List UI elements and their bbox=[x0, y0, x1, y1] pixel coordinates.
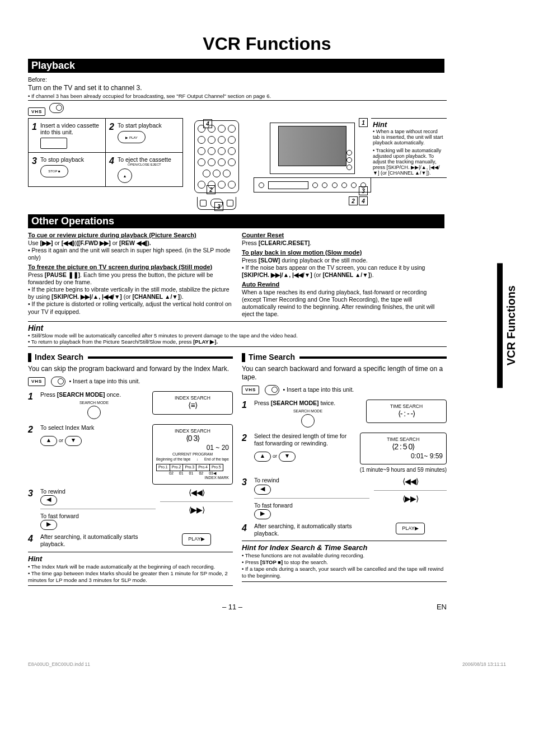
time-search-col: Time Search You can search backward and … bbox=[242, 347, 447, 586]
marker-1-unit: 1 bbox=[359, 118, 368, 127]
step-num-2: 2 bbox=[109, 122, 114, 132]
ts-s3: To rewind bbox=[254, 477, 369, 484]
program-table: Pro.1Pro.2Pro.3Pro.4Pro.5 bbox=[156, 464, 223, 471]
oo-hint-title: Hint bbox=[28, 323, 447, 332]
is-s2: To select Index Mark bbox=[40, 424, 148, 431]
vhs-badge-3: VHS bbox=[242, 386, 259, 395]
cassette-anim-icon: ⟨≡⟩ bbox=[156, 401, 229, 411]
meta-file: E8A00UD_E8C00UD.indd 11 bbox=[28, 661, 90, 667]
ts-ffwd-anim-icon: ⟨▶▶⟩ bbox=[374, 494, 447, 504]
oo-h2: To freeze the picture on TV screen durin… bbox=[28, 264, 233, 271]
is-box1: INDEX SEARCH ⟨≡⟩ bbox=[152, 391, 233, 415]
time-hb3: • If a tape ends during a search, your s… bbox=[242, 566, 447, 579]
hint-b2: • Tracking will be automatically adjuste… bbox=[373, 148, 445, 176]
playback-steps: 1 Insert a video cassette into this unit… bbox=[28, 118, 183, 187]
other-ops-left: To cue or review picture during playback… bbox=[28, 229, 233, 318]
page-title: VCR Functions bbox=[28, 34, 506, 54]
step2-text: To start playback bbox=[118, 122, 162, 129]
playback-hint: Hint • When a tape without record tab is… bbox=[371, 118, 447, 178]
section-playback: Playback bbox=[28, 59, 444, 73]
before-line2: • If channel 3 has been already occupied… bbox=[28, 93, 447, 99]
disc-badge bbox=[49, 103, 64, 113]
ts-s3b: To fast forward bbox=[254, 502, 369, 509]
ts-s2: Select the desired length of time for fa… bbox=[254, 433, 355, 447]
marker-2-remote: 2 bbox=[207, 185, 216, 194]
time-hb1: • These functions are not available duri… bbox=[242, 552, 447, 559]
marker-4-unit: 4 bbox=[359, 196, 368, 205]
section-other-ops: Other Operations bbox=[28, 214, 444, 228]
ts-rewind-anim-icon: ⟨◀◀⟩ bbox=[374, 477, 447, 487]
marker-3-remote: 3 bbox=[214, 202, 223, 211]
is-num-1: 1 bbox=[28, 391, 36, 402]
search-mode-button-icon bbox=[87, 406, 101, 419]
rewind-button-icon: ◀ bbox=[40, 495, 57, 505]
ts-num-3: 3 bbox=[242, 477, 250, 488]
oo-l5: • If the picture is distorted or rolling… bbox=[28, 300, 233, 315]
ts-search-mode-label: SEARCH MODE bbox=[254, 409, 362, 414]
index-search-col: Index Search You can skip the program ba… bbox=[28, 347, 233, 586]
ts-rewind-button-icon: ◀ bbox=[254, 485, 271, 495]
is-search-mode-label: SEARCH MODE bbox=[40, 401, 148, 406]
time-hint-title: Hint for Index Search & Time Search bbox=[242, 543, 447, 552]
ts-num-4: 4 bbox=[242, 523, 250, 534]
step3-text: To stop playback bbox=[40, 156, 84, 163]
ffwd-button-icon: ▶ bbox=[40, 520, 57, 530]
page-footer: – 11 – EN bbox=[28, 603, 447, 611]
oo-h1: To cue or review picture during playback… bbox=[28, 232, 233, 240]
ts-ffwd-button-icon: ▶ bbox=[254, 509, 271, 519]
hint-title: Hint bbox=[373, 120, 445, 129]
vhs-badge: VHS bbox=[28, 107, 45, 116]
before-label: Before: bbox=[28, 76, 447, 83]
meta-footer: E8A00UD_E8C00UD.indd 11 2006/08/18 13:11… bbox=[28, 661, 506, 667]
ts-num-1: 1 bbox=[242, 400, 250, 411]
tv-vcr-diagram: 1 3 4 2 bbox=[254, 118, 371, 208]
step1-text: Insert a video cassette into this unit. bbox=[40, 122, 99, 135]
step-num-3: 3 bbox=[32, 156, 37, 166]
oo-hint-b1: • Still/Slow mode will be automatically … bbox=[28, 332, 447, 339]
marker-3-unit: 3 bbox=[359, 186, 368, 195]
oo-r-l4: When a tape reaches its end during playb… bbox=[242, 289, 447, 318]
ts-up-button-icon: ▲ bbox=[254, 452, 271, 462]
oo-l2: • Press it again and the unit will searc… bbox=[28, 247, 233, 261]
ts-box2: TIME SEARCH ⟨2 : 5 0⟩ 0:01~ 9:59 (1 minu… bbox=[360, 433, 447, 474]
is-play-box: PLAY▶ bbox=[182, 533, 210, 545]
step-num-1: 1 bbox=[32, 122, 37, 132]
page-number: – 11 – bbox=[28, 603, 437, 611]
before-block: Before: Turn on the TV and set it to cha… bbox=[28, 74, 447, 101]
index-hint: Hint • The Index Mark will be made autom… bbox=[28, 552, 233, 586]
ts-box1: TIME SEARCH ⟨- : - -⟩ bbox=[366, 400, 447, 423]
is-num-2: 2 bbox=[28, 424, 36, 435]
index-intro: You can skip the program backward and fo… bbox=[28, 365, 233, 373]
ts-play-box: PLAY▶ bbox=[396, 523, 424, 534]
is-s3: To rewind bbox=[40, 488, 156, 495]
ts-num-2: 2 bbox=[242, 433, 250, 444]
oo-r-h1: Counter Reset bbox=[242, 232, 447, 240]
step4-text: To eject the cassette bbox=[118, 156, 171, 163]
time-hint: Hint for Index Search & Time Search • Th… bbox=[242, 541, 447, 582]
oo-r-h3: Auto Rewind bbox=[242, 281, 447, 289]
is-box2: INDEX SEARCH ⟨0 3⟩ 01 ~ 20 CURRENT PROGR… bbox=[152, 424, 233, 485]
is-s4: After searching, it automatically starts… bbox=[40, 533, 156, 548]
page-lang: EN bbox=[437, 603, 447, 611]
stop-button-icon: STOP ■ bbox=[40, 165, 68, 177]
disc-badge-2 bbox=[51, 377, 65, 387]
marker-2-unit: 2 bbox=[349, 196, 358, 205]
index-hint-title: Hint bbox=[28, 555, 233, 564]
other-ops-right: Counter Reset Press [CLEAR/C.RESET]. To … bbox=[242, 229, 447, 318]
index-hb1: • The Index Mark will be made automatica… bbox=[28, 564, 233, 570]
rewind-anim-icon: ⟨◀◀⟩ bbox=[160, 488, 233, 498]
time-search-header: Time Search bbox=[249, 353, 295, 363]
index-hb2: • The time gap between Index Marks shoul… bbox=[28, 570, 233, 584]
time-insert: • Insert a tape into this unit. bbox=[283, 386, 354, 393]
cassette-icon bbox=[40, 138, 67, 149]
is-num-3: 3 bbox=[28, 488, 36, 499]
oo-r-h2: To play back in slow motion (Slow mode) bbox=[242, 249, 447, 257]
marker-4-remote: 4 bbox=[203, 119, 212, 128]
play-button-icon: ▶ PLAY bbox=[118, 131, 146, 143]
index-search-header: Index Search bbox=[35, 353, 83, 363]
down-button-icon: ▼ bbox=[65, 436, 82, 446]
ts-s4: After searching, it automatically starts… bbox=[254, 523, 369, 537]
index-insert: • Insert a tape into this unit. bbox=[69, 378, 140, 385]
vhs-badge-2: VHS bbox=[28, 377, 45, 386]
ts-search-mode-button-icon bbox=[301, 414, 315, 428]
